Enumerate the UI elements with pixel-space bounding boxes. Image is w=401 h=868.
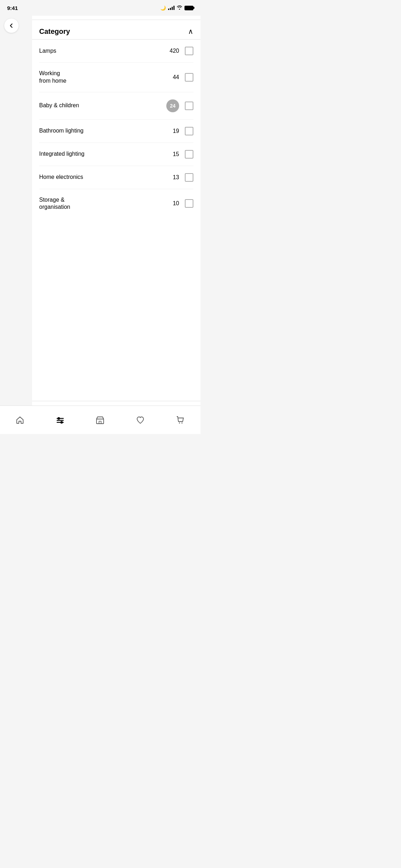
- status-time: 9:41: [7, 5, 18, 11]
- filter-panel: Best match ∨ Category ∧ Lamps 420 Workin…: [32, 0, 200, 434]
- category-header[interactable]: Category ∧: [32, 20, 200, 40]
- category-chevron-up-icon[interactable]: ∧: [188, 27, 193, 36]
- category-count: 15: [173, 151, 179, 157]
- nav-store[interactable]: [90, 410, 110, 430]
- nav-search[interactable]: [50, 410, 70, 430]
- category-count: 10: [173, 200, 179, 207]
- category-checkbox[interactable]: [185, 127, 193, 135]
- category-item-name: Baby & children: [39, 102, 79, 109]
- cart-icon: [176, 416, 185, 424]
- category-count: 420: [170, 48, 179, 54]
- bubble-count: 24: [170, 103, 176, 109]
- category-item-working-from-home[interactable]: Workingfrom home 44: [39, 63, 193, 92]
- category-checkbox[interactable]: [185, 102, 193, 110]
- category-item-storage-organisation[interactable]: Storage &organisation 10: [39, 189, 193, 218]
- status-icons: 🌙: [160, 5, 193, 11]
- category-item-name: Bathroom lighting: [39, 127, 84, 135]
- svg-point-13: [57, 417, 60, 419]
- status-bar: 9:41 🌙: [0, 0, 200, 16]
- store-nav-icon: [96, 416, 104, 424]
- category-count: 19: [173, 128, 179, 134]
- category-item-integrated-lighting[interactable]: Integrated lighting 15: [39, 143, 193, 166]
- back-area: [0, 16, 32, 36]
- category-item-name: Integrated lighting: [39, 150, 84, 158]
- category-list: Lamps 420 Workingfrom home 44 Baby & chi…: [32, 40, 200, 401]
- category-item-bathroom-lighting[interactable]: Bathroom lighting 19: [39, 120, 193, 143]
- nav-cart[interactable]: [171, 410, 191, 430]
- category-checkbox[interactable]: [185, 150, 193, 159]
- category-checkbox[interactable]: [185, 173, 193, 182]
- favorites-icon: [136, 416, 145, 424]
- wifi-icon: [177, 5, 182, 11]
- nav-home[interactable]: [10, 410, 30, 430]
- svg-point-14: [60, 421, 63, 423]
- signal-icon: [168, 6, 175, 10]
- svg-rect-16: [99, 421, 101, 424]
- moon-icon: 🌙: [160, 5, 166, 11]
- home-icon: [16, 416, 24, 424]
- bottom-navigation: [0, 405, 200, 434]
- battery-icon: [184, 6, 193, 10]
- left-panel-background: [0, 0, 32, 434]
- category-count: 13: [173, 174, 179, 181]
- category-title: Category: [39, 27, 70, 36]
- svg-point-18: [181, 422, 182, 423]
- category-count: 44: [173, 74, 179, 81]
- category-item-name: Home electronics: [39, 174, 83, 181]
- svg-point-17: [179, 422, 180, 423]
- category-item-lamps[interactable]: Lamps 420: [39, 40, 193, 63]
- category-item-baby-children[interactable]: Baby & children 24: [39, 92, 193, 120]
- back-button[interactable]: [4, 19, 19, 33]
- svg-rect-11: [57, 420, 64, 421]
- category-item-name: Workingfrom home: [39, 70, 66, 85]
- nav-favorites[interactable]: [130, 410, 150, 430]
- category-item-name: Lamps: [39, 47, 56, 55]
- category-checkbox[interactable]: [185, 47, 193, 55]
- category-count-bubble: 24: [166, 99, 179, 112]
- category-checkbox[interactable]: [185, 73, 193, 82]
- category-item-home-electronics[interactable]: Home electronics 13: [39, 166, 193, 189]
- search-icon: [56, 416, 64, 424]
- category-checkbox[interactable]: [185, 199, 193, 208]
- category-item-name: Storage &organisation: [39, 196, 70, 211]
